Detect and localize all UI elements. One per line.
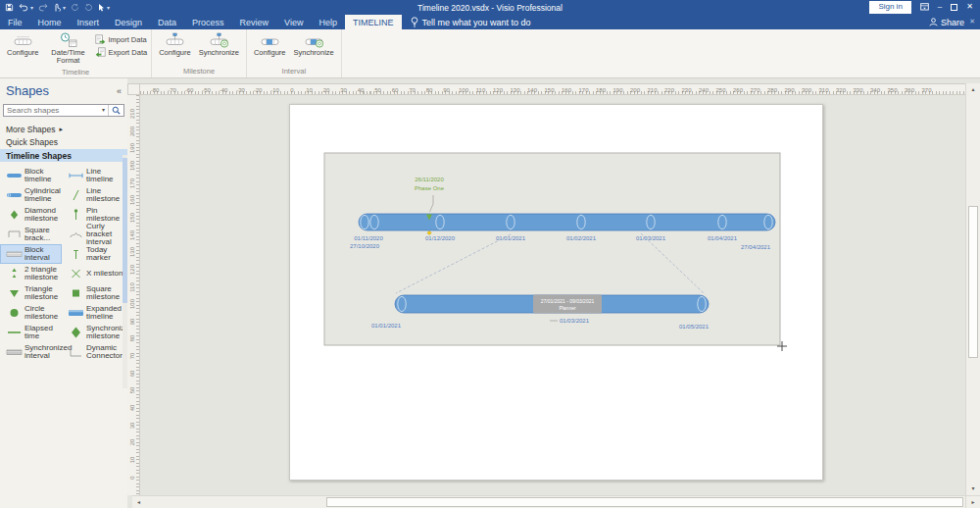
- customize-qat-icon[interactable]: ▾: [107, 4, 110, 11]
- h-ruler-label: 30: [340, 87, 347, 93]
- tab-review[interactable]: Review: [232, 15, 277, 29]
- undo-icon[interactable]: [19, 3, 28, 12]
- horizontal-scroll-thumb[interactable]: [326, 497, 963, 507]
- shape-synchronized-milestone[interactable]: Synchronized milestone: [62, 323, 127, 342]
- rotate-left-icon[interactable]: [71, 3, 79, 12]
- configure-button[interactable]: Configure: [4, 31, 42, 58]
- synchronize-milestone-icon: [210, 32, 228, 48]
- vertical-scroll-thumb[interactable]: [968, 206, 978, 358]
- shape-dynamic-connector[interactable]: Dynamic Connector: [62, 342, 127, 362]
- maximize-icon[interactable]: [951, 4, 957, 11]
- scroll-down-icon[interactable]: ▾: [966, 483, 980, 495]
- ribbon-group-label: Interval: [251, 66, 337, 77]
- ribbon-tab-bar: FileHomeInsertDesignDataProcessReviewVie…: [0, 15, 980, 29]
- close-icon[interactable]: ✕: [966, 3, 973, 11]
- configure-button[interactable]: Configure: [156, 31, 194, 58]
- sign-in-button[interactable]: Sign in: [869, 1, 910, 13]
- dropdown-caret-icon[interactable]: ▾: [30, 4, 33, 11]
- ribbon-group-interval: ConfigureSynchronizeInterval: [247, 29, 342, 77]
- shape-elapsed-time[interactable]: Elapsed time: [0, 323, 62, 342]
- rotate-right-icon[interactable]: [84, 3, 93, 12]
- h-ruler-label: -10: [270, 87, 279, 93]
- tab-help[interactable]: Help: [311, 15, 345, 29]
- ribbon-display-options-icon[interactable]: [920, 3, 929, 11]
- save-icon[interactable]: [5, 3, 14, 12]
- tab-timeline[interactable]: TIMELINE: [345, 15, 402, 29]
- main-timeline-shape[interactable]: [359, 214, 775, 230]
- configure-button[interactable]: Configure: [251, 31, 289, 58]
- import-data-button[interactable]: Import Data: [95, 34, 148, 44]
- collapse-panel-icon[interactable]: «: [117, 86, 122, 96]
- shape-square-milestone[interactable]: Square milestone: [62, 283, 127, 303]
- search-icon[interactable]: [109, 106, 123, 115]
- scroll-right-icon[interactable]: ▸: [965, 495, 980, 508]
- quick-shapes-item[interactable]: Quick Shapes: [0, 136, 127, 148]
- timeline-frame[interactable]: [324, 153, 780, 345]
- shape-label: Elapsed time: [24, 325, 62, 340]
- touch-mode-icon[interactable]: [53, 3, 61, 12]
- tab-design[interactable]: Design: [107, 15, 150, 29]
- shape-2-triangle-milestone[interactable]: 2 triangle milestone: [0, 264, 62, 283]
- shape-block-timeline[interactable]: Block timeline: [0, 166, 62, 185]
- search-shapes-input[interactable]: [4, 106, 99, 115]
- import-data-icon: [95, 34, 106, 44]
- export-data-button[interactable]: Export Data: [95, 47, 148, 57]
- more-shapes-item[interactable]: More Shapes ▸: [0, 124, 127, 135]
- configure-timeline-icon: [14, 32, 32, 48]
- v-ruler-label: 10: [129, 454, 135, 466]
- square-milestone-icon: [67, 286, 84, 300]
- expand-arrow-icon: ▸: [60, 126, 64, 133]
- visio-window: ▾▾▾ Timeline 2020.vsdx - Visio Professio…: [0, 0, 980, 508]
- scroll-up-icon[interactable]: ▴: [966, 83, 980, 96]
- redo-icon[interactable]: [38, 3, 48, 12]
- tab-view[interactable]: View: [276, 15, 311, 29]
- v-ruler-label: 20: [129, 436, 135, 448]
- shape-circle-milestone[interactable]: Circle milestone: [0, 303, 62, 323]
- h-ruler-label: 290: [784, 87, 794, 93]
- shape-diamond-milestone[interactable]: Diamond milestone: [0, 205, 62, 225]
- stencil-timeline-shapes[interactable]: Timeline Shapes: [0, 149, 127, 162]
- tab-file[interactable]: File: [0, 15, 30, 29]
- drawing-page[interactable]: 26/11/2020 Phase One: [289, 104, 823, 481]
- shape-triangle-milestone[interactable]: Triangle milestone: [0, 283, 62, 303]
- shape-line-milestone[interactable]: Line milestone: [62, 185, 127, 205]
- h-ruler-label: 360: [905, 87, 914, 93]
- close-pane-icon[interactable]: ✕: [969, 18, 975, 25]
- tab-data[interactable]: Data: [150, 15, 184, 29]
- h-ruler-label: 220: [664, 87, 674, 93]
- scroll-left-icon[interactable]: ◂: [132, 496, 145, 508]
- tab-insert[interactable]: Insert: [70, 15, 108, 29]
- search-shapes-box: ▾: [3, 104, 124, 117]
- shape-line-timeline[interactable]: Line timeline: [62, 166, 127, 185]
- shape-x-milestone[interactable]: X milestone: [62, 264, 127, 283]
- shape-today-marker[interactable]: Today marker: [62, 244, 127, 264]
- synchronize-button[interactable]: Synchronize: [290, 31, 336, 58]
- shape-square-brack-[interactable]: Square brack...: [0, 225, 62, 244]
- h-ruler-label: 80: [426, 87, 433, 93]
- tell-me-box[interactable]: Tell me what you want to do: [411, 17, 531, 27]
- shape-label: 2 triangle milestone: [24, 266, 62, 281]
- synchronize-interval-icon: [305, 32, 323, 48]
- h-ruler-label: 170: [578, 87, 588, 93]
- shape-curly-bracket-interval[interactable]: Curly bracket interval: [62, 225, 127, 244]
- tab-process[interactable]: Process: [184, 15, 232, 29]
- shape-expanded-timeline[interactable]: Expanded timeline: [62, 303, 127, 323]
- shape-cylindrical-timeline[interactable]: Cylindrical timeline: [0, 185, 62, 205]
- pointer-tool-icon[interactable]: [98, 3, 105, 12]
- tab-home[interactable]: Home: [30, 15, 70, 29]
- shape-synchronized-interval[interactable]: Synchronized interval: [0, 342, 62, 362]
- expanded-timeline-icon: [67, 306, 84, 320]
- synchronize-button[interactable]: Synchronize: [196, 31, 242, 58]
- stencil-title: Timeline Shapes: [6, 151, 72, 161]
- h-ruler-label: 340: [870, 87, 880, 93]
- minimize-icon[interactable]: –: [938, 3, 942, 11]
- dropdown-caret-icon[interactable]: ▾: [63, 4, 66, 11]
- shape-block-interval[interactable]: Block interval: [0, 244, 62, 264]
- search-dropdown-icon[interactable]: ▾: [99, 105, 109, 116]
- date-time-format-button[interactable]: Date/Time Format: [44, 31, 93, 67]
- vertical-scrollbar[interactable]: ▴ ▾: [965, 83, 980, 495]
- h-ruler-label: 270: [750, 87, 760, 93]
- ribbon-group-timeline: ConfigureDate/Time FormatImport DataExpo…: [0, 29, 152, 77]
- horizontal-scrollbar[interactable]: ◂: [132, 495, 965, 508]
- v-ruler-label: 150: [129, 212, 135, 224]
